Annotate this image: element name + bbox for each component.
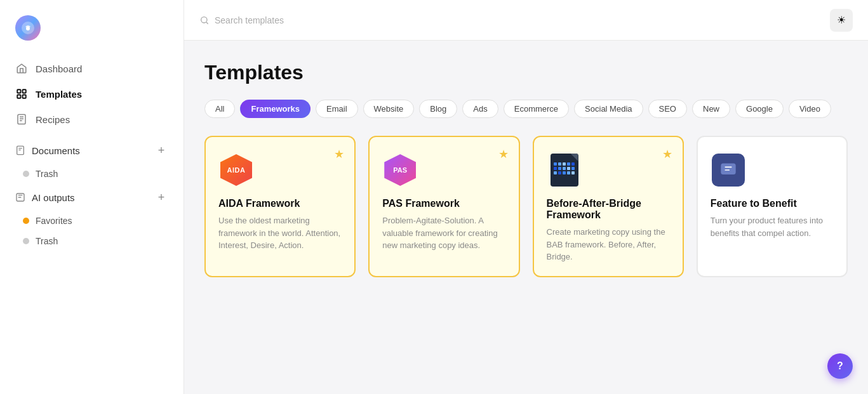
filter-tab-ecommerce[interactable]: Ecommerce xyxy=(504,100,569,118)
page-title: Templates xyxy=(204,61,848,84)
card-title: Before-After-Bridge Framework xyxy=(547,198,670,221)
trash-ai-label: Trash xyxy=(36,236,58,246)
ftb-icon xyxy=(711,152,746,188)
aida-icon: AIDA xyxy=(218,152,254,188)
sidebar-item-trash-ai[interactable]: Trash xyxy=(0,231,184,251)
content-area: Templates All Frameworks Email Website B… xyxy=(184,41,868,394)
sidebar-item-favorites[interactable]: Favorites xyxy=(0,211,184,231)
sidebar-item-label: Recipes xyxy=(36,114,70,125)
ai-outputs-label: AI outputs xyxy=(32,192,75,203)
card-description: Create marketing copy using the BAB fram… xyxy=(547,226,670,263)
card-title: PAS Framework xyxy=(382,198,505,209)
pas-icon: PAS xyxy=(382,152,418,188)
sidebar-item-templates[interactable]: Templates xyxy=(0,81,184,107)
svg-rect-5 xyxy=(23,95,26,98)
documents-section-header: Documents + xyxy=(0,137,184,164)
card-bab[interactable]: ★ xyxy=(533,136,684,277)
filter-tab-new[interactable]: New xyxy=(692,100,730,118)
star-icon: ★ xyxy=(334,147,344,161)
add-document-button[interactable]: + xyxy=(154,143,168,157)
card-description: Problem-Agitate-Solution. A valuable fra… xyxy=(382,214,505,252)
filter-tab-video[interactable]: Video xyxy=(789,100,831,118)
ai-outputs-section-header: AI outputs + xyxy=(0,184,184,211)
logo-icon xyxy=(15,15,41,41)
home-icon xyxy=(15,62,28,75)
help-button[interactable]: ? xyxy=(827,353,853,379)
filter-tab-website[interactable]: Website xyxy=(363,100,415,118)
search-area: Search templates xyxy=(199,15,284,25)
filter-tab-ads[interactable]: Ads xyxy=(462,100,498,118)
filter-tab-email[interactable]: Email xyxy=(316,100,358,118)
svg-point-1 xyxy=(26,27,30,30)
document-icon xyxy=(15,145,25,155)
svg-point-9 xyxy=(201,16,207,22)
card-description: Use the oldest marketing framework in th… xyxy=(218,214,342,252)
card-title: Feature to Benefit xyxy=(711,198,834,209)
logo xyxy=(0,10,184,51)
filter-tab-seo[interactable]: SEO xyxy=(648,100,687,118)
sidebar-item-label: Templates xyxy=(36,89,82,100)
trash-dot-icon xyxy=(23,238,29,244)
grid-icon xyxy=(15,88,28,100)
svg-rect-10 xyxy=(721,164,735,175)
svg-rect-4 xyxy=(17,95,20,98)
filter-tab-all[interactable]: All xyxy=(204,100,235,118)
topbar-right: ☀ xyxy=(830,9,853,32)
favorites-label: Favorites xyxy=(36,216,72,226)
filter-tab-social-media[interactable]: Social Media xyxy=(574,100,643,118)
documents-label: Documents xyxy=(32,145,80,156)
search-placeholder[interactable]: Search templates xyxy=(215,15,284,25)
ai-outputs-icon xyxy=(15,192,25,202)
filter-tab-frameworks[interactable]: Frameworks xyxy=(240,100,310,118)
sidebar: Dashboard Templates Recipe xyxy=(0,0,184,394)
filter-tab-blog[interactable]: Blog xyxy=(419,100,457,118)
search-icon xyxy=(199,15,210,25)
card-pas[interactable]: ★ PAS PAS Framework Problem-Agitate-Solu… xyxy=(368,136,519,277)
filter-tabs: All Frameworks Email Website Blog Ads Ec… xyxy=(204,100,848,118)
dot-icon xyxy=(23,171,29,177)
topbar: Search templates ☀ xyxy=(184,0,868,41)
trash-docs-label: Trash xyxy=(36,169,58,179)
star-icon: ★ xyxy=(662,147,672,161)
sidebar-item-dashboard[interactable]: Dashboard xyxy=(0,56,184,81)
cards-grid: ★ AIDA AIDA Framework Use the oldest mar… xyxy=(204,136,848,277)
sidebar-item-recipes[interactable]: Recipes xyxy=(0,107,184,132)
theme-toggle-button[interactable]: ☀ xyxy=(830,9,853,32)
card-aida[interactable]: ★ AIDA AIDA Framework Use the oldest mar… xyxy=(204,136,356,277)
svg-rect-2 xyxy=(17,89,20,93)
filter-tab-google[interactable]: Google xyxy=(735,100,784,118)
svg-rect-3 xyxy=(23,89,26,93)
file-icon xyxy=(15,113,28,126)
main-nav: Dashboard Templates Recipe xyxy=(0,51,184,137)
sidebar-item-trash-docs[interactable]: Trash xyxy=(0,164,184,184)
card-title: AIDA Framework xyxy=(218,198,342,209)
bab-icon xyxy=(547,152,582,188)
main-area: Search templates ☀ Templates All Framewo… xyxy=(184,0,868,394)
sidebar-item-label: Dashboard xyxy=(36,63,82,74)
card-description: Turn your product features into benefits… xyxy=(711,214,834,239)
add-ai-output-button[interactable]: + xyxy=(154,190,168,204)
card-ftb[interactable]: Feature to Benefit Turn your product fea… xyxy=(697,136,848,277)
favorites-dot-icon xyxy=(23,218,29,224)
star-icon: ★ xyxy=(498,147,509,161)
